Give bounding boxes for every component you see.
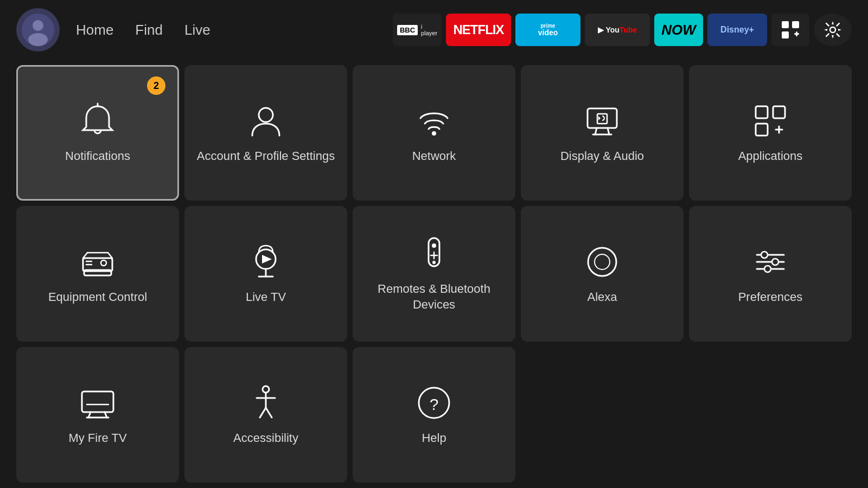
help-label: Help xyxy=(416,431,451,446)
notifications-tile[interactable]: 2 Notifications xyxy=(16,65,179,201)
account-icon xyxy=(247,102,285,140)
notifications-label: Notifications xyxy=(60,149,136,164)
svg-point-1 xyxy=(33,20,43,31)
network-tile[interactable]: Network xyxy=(353,65,515,201)
nav-links: Home Find Live xyxy=(76,22,210,38)
apps-grid-button[interactable] xyxy=(771,14,809,46)
myfiretv-tile[interactable]: My Fire TV xyxy=(16,347,179,483)
applications-tile[interactable]: Applications xyxy=(689,65,852,201)
svg-rect-12 xyxy=(588,108,617,128)
svg-point-38 xyxy=(432,261,436,264)
svg-point-46 xyxy=(764,266,771,272)
bbc-iplayer-button[interactable]: BBC iplayer xyxy=(393,14,442,46)
alexa-icon xyxy=(583,243,621,281)
equipment-label: Equipment Control xyxy=(43,290,152,305)
remotes-tile[interactable]: Remotes & Bluetooth Devices xyxy=(353,206,515,342)
top-navigation: Home Find Live BBC iplayer NETFLIX prime… xyxy=(0,0,868,60)
svg-rect-7 xyxy=(796,31,797,36)
account-label: Account & Profile Settings xyxy=(192,149,340,164)
livetv-icon xyxy=(247,243,285,281)
svg-point-26 xyxy=(101,260,106,266)
svg-point-2 xyxy=(28,33,48,46)
svg-point-8 xyxy=(830,27,835,33)
livetv-label: Live TV xyxy=(240,290,291,305)
svg-rect-5 xyxy=(782,31,789,38)
user-avatar[interactable] xyxy=(16,8,60,52)
svg-line-56 xyxy=(266,408,272,418)
accessibility-icon xyxy=(247,384,285,422)
svg-point-40 xyxy=(595,254,610,269)
alexa-label: Alexa xyxy=(582,290,622,305)
nav-find[interactable]: Find xyxy=(135,22,163,38)
now-button[interactable]: NOW xyxy=(654,14,703,46)
applications-label: Applications xyxy=(733,149,808,164)
help-tile[interactable]: ? Help xyxy=(353,347,515,483)
network-label: Network xyxy=(407,149,462,164)
svg-rect-47 xyxy=(82,391,113,412)
remotes-icon xyxy=(415,235,453,273)
display-audio-icon xyxy=(583,102,621,140)
alexa-tile[interactable]: Alexa xyxy=(521,206,684,342)
svg-rect-3 xyxy=(782,21,789,28)
nav-live[interactable]: Live xyxy=(184,22,210,38)
notification-badge: 2 xyxy=(147,76,165,95)
notification-icon xyxy=(79,102,117,140)
preferences-icon xyxy=(751,243,789,281)
youtube-button[interactable]: ▶ YouTube xyxy=(585,14,650,46)
svg-point-39 xyxy=(588,248,616,276)
svg-point-35 xyxy=(432,243,436,248)
accessibility-tile[interactable]: Accessibility xyxy=(184,347,347,483)
equipment-icon xyxy=(79,243,117,281)
svg-rect-17 xyxy=(756,106,768,118)
preferences-label: Preferences xyxy=(733,290,808,305)
disney-plus-button[interactable]: Disney+ xyxy=(707,14,767,46)
svg-text:?: ? xyxy=(430,395,439,413)
display-audio-label: Display & Audio xyxy=(555,149,649,164)
svg-point-52 xyxy=(263,386,269,393)
svg-line-13 xyxy=(595,128,597,134)
svg-rect-19 xyxy=(756,124,768,136)
svg-line-55 xyxy=(260,408,266,418)
svg-rect-23 xyxy=(84,270,111,275)
svg-point-11 xyxy=(432,131,436,136)
myfiretv-icon xyxy=(79,384,117,422)
accessibility-label: Accessibility xyxy=(228,431,304,446)
svg-marker-33 xyxy=(262,255,272,264)
settings-button[interactable] xyxy=(814,14,852,46)
settings-grid: 2 Notifications Account & Profile Settin… xyxy=(0,60,868,488)
livetv-tile[interactable]: Live TV xyxy=(184,206,347,342)
svg-line-14 xyxy=(608,128,609,134)
svg-rect-4 xyxy=(792,21,799,28)
nav-home[interactable]: Home xyxy=(76,22,113,38)
netflix-button[interactable]: NETFLIX xyxy=(446,14,511,46)
myfiretv-label: My Fire TV xyxy=(63,431,132,446)
preferences-tile[interactable]: Preferences xyxy=(689,206,852,342)
help-icon: ? xyxy=(415,384,453,422)
network-icon xyxy=(415,102,453,140)
svg-point-45 xyxy=(772,259,778,265)
display-audio-tile[interactable]: Display & Audio xyxy=(521,65,684,201)
account-tile[interactable]: Account & Profile Settings xyxy=(184,65,347,201)
svg-point-10 xyxy=(259,108,273,122)
applications-icon xyxy=(751,102,789,140)
equipment-tile[interactable]: Equipment Control xyxy=(16,206,179,342)
streaming-apps: BBC iplayer NETFLIX prime video ▶ YouTub… xyxy=(393,14,852,46)
svg-rect-18 xyxy=(773,106,785,118)
remotes-label: Remotes & Bluetooth Devices xyxy=(353,281,515,312)
prime-video-button[interactable]: prime video xyxy=(515,14,580,46)
svg-point-44 xyxy=(761,252,768,258)
